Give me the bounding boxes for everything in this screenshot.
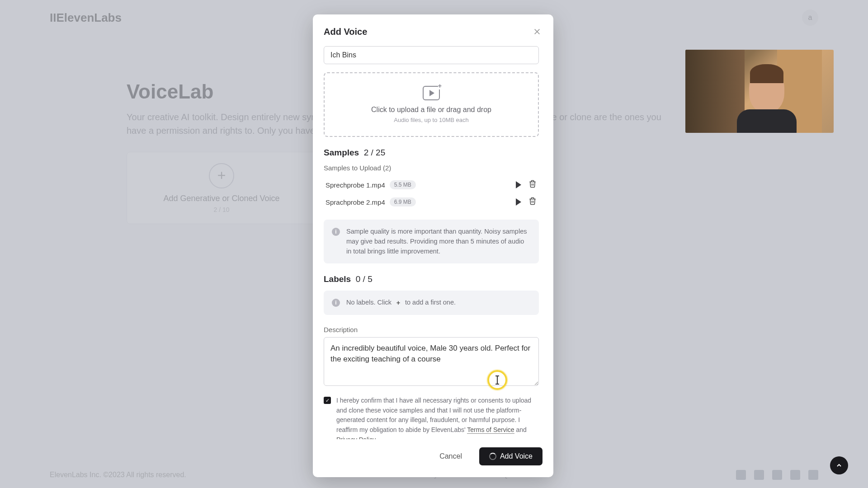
close-icon[interactable] xyxy=(532,26,542,37)
upload-subtext: Audio files, up to 10MB each xyxy=(337,117,525,123)
voice-name-input[interactable] xyxy=(324,46,539,64)
trash-icon[interactable] xyxy=(528,197,537,207)
webcam-thumbnail xyxy=(685,50,834,133)
add-voice-button[interactable]: Add Voice xyxy=(479,447,542,465)
add-voice-modal: Add Voice + Click to upload a file or dr… xyxy=(313,14,553,477)
samples-subheading: Samples to Upload (2) xyxy=(324,164,539,172)
trash-icon[interactable] xyxy=(528,180,537,190)
play-icon[interactable] xyxy=(516,198,521,206)
sample-size: 5.5 MB xyxy=(390,180,416,189)
labels-empty-info: i No labels. Click + to add a first one. xyxy=(324,291,539,315)
sample-name: Sprechprobe 1.mp4 xyxy=(326,181,385,189)
info-icon: i xyxy=(332,299,340,307)
scroll-top-button[interactable] xyxy=(830,456,848,474)
cancel-button[interactable]: Cancel xyxy=(429,447,472,465)
upload-text: Click to upload a file or drag and drop xyxy=(337,106,525,114)
description-label: Description xyxy=(324,326,539,333)
sample-name: Sprachprobe 2.mp4 xyxy=(326,198,385,206)
samples-heading: Samples 2 / 25 xyxy=(324,148,539,158)
add-label-icon[interactable]: + xyxy=(394,299,402,307)
description-input[interactable] xyxy=(324,337,539,386)
sample-size: 6.9 MB xyxy=(390,197,416,206)
consent-checkbox[interactable]: ✓ xyxy=(324,397,331,404)
sample-row: Sprachprobe 2.mp4 6.9 MB xyxy=(324,193,538,211)
upload-dropzone[interactable]: + Click to upload a file or drag and dro… xyxy=(324,72,539,137)
consent-text: I hereby confirm that I have all necessa… xyxy=(336,396,539,439)
sample-quality-info: i Sample quality is more important than … xyxy=(324,220,539,263)
info-icon: i xyxy=(332,228,340,236)
spinner-icon xyxy=(489,453,496,460)
upload-icon: + xyxy=(423,86,440,100)
play-icon[interactable] xyxy=(516,181,521,188)
modal-title: Add Voice xyxy=(324,27,367,37)
terms-link[interactable]: Terms of Service xyxy=(467,426,514,434)
samples-list: Sprechprobe 1.mp4 5.5 MB Sprachprobe 2.m… xyxy=(324,176,539,211)
sample-row: Sprechprobe 1.mp4 5.5 MB xyxy=(324,176,538,193)
privacy-link[interactable]: Privacy Policy xyxy=(336,436,375,439)
labels-heading: Labels 0 / 5 xyxy=(324,274,539,284)
